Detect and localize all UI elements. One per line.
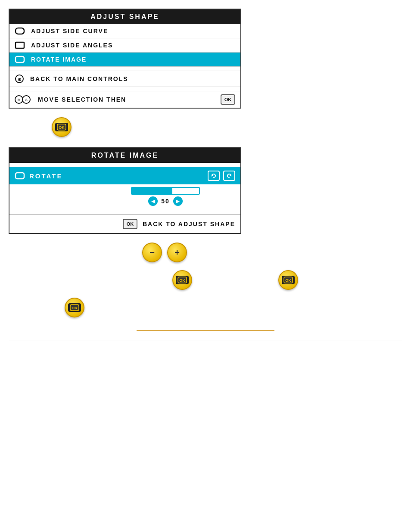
adjust-side-angles-label: ADJUST SIDE ANGLES xyxy=(31,42,113,49)
back-main-controls-label: BACK TO MAIN CONTROLS xyxy=(30,75,128,82)
rotate-rect-icon xyxy=(15,56,25,63)
rotate-rect-icon2 xyxy=(15,172,25,180)
ok-badge: OK xyxy=(221,94,235,105)
back-icon: ⊛ xyxy=(15,74,24,84)
rotate-label: ROTATE xyxy=(29,172,203,180)
svg-text:⊛: ⊛ xyxy=(17,98,21,102)
ok-inner-1: OK xyxy=(55,123,68,131)
rounded-rect-icon xyxy=(15,27,25,35)
plus-minus-row: − + xyxy=(9,243,402,262)
svg-text:OK: OK xyxy=(179,278,185,283)
rotate-slider-track[interactable] xyxy=(131,187,200,195)
spacer2 xyxy=(9,87,240,91)
plus-symbol: + xyxy=(174,248,180,258)
ok-yellow-button-3[interactable]: OK xyxy=(278,270,298,290)
rotate-slider-fill xyxy=(132,188,172,194)
adjust-side-angles-row[interactable]: ADJUST SIDE ANGLES xyxy=(9,38,240,53)
svg-text:⊛: ⊛ xyxy=(18,77,21,82)
adjust-shape-panel: ADJUST SHAPE ADJUST SIDE CURVE ADJUST SI… xyxy=(9,9,241,109)
separator-link xyxy=(137,330,274,331)
ok-yellow-button-1[interactable]: OK xyxy=(52,117,72,137)
minus-symbol: − xyxy=(149,248,155,258)
slider-controls: ◀ 50 ▶ xyxy=(148,196,183,206)
rotate-ccw-icon[interactable] xyxy=(208,171,220,181)
adjust-side-curve-label: ADJUST SIDE CURVE xyxy=(31,28,108,34)
move-selection-row[interactable]: ⊛ A MOVE SELECTION THEN OK xyxy=(9,91,240,108)
ok-buttons-row: OK OK xyxy=(9,270,402,290)
svg-rect-2 xyxy=(16,56,24,62)
rotate-image-label: ROTATE IMAGE xyxy=(31,56,87,63)
ok-badge-rotate: OK xyxy=(123,219,137,229)
svg-rect-11 xyxy=(16,173,24,179)
rect-icon xyxy=(15,41,25,49)
rotate-icons xyxy=(208,171,235,181)
rotate-image-panel: ROTATE IMAGE ROTATE xyxy=(9,147,241,234)
rotate-slider-area: ◀ 50 ▶ xyxy=(9,184,240,210)
svg-text:OK: OK xyxy=(72,306,78,310)
minus-button[interactable]: − xyxy=(142,243,162,262)
spacer1 xyxy=(9,67,240,71)
adjust-side-curve-row[interactable]: ADJUST SIDE CURVE xyxy=(9,24,240,38)
adjust-shape-title: ADJUST SHAPE xyxy=(9,9,240,24)
ok-yellow-button-2[interactable]: OK xyxy=(172,270,192,290)
svg-rect-0 xyxy=(16,28,24,34)
rotate-section: ROTATE xyxy=(9,167,240,210)
svg-text:OK: OK xyxy=(59,125,65,130)
svg-rect-1 xyxy=(16,42,24,48)
rotate-row[interactable]: ROTATE xyxy=(9,167,240,184)
back-adjust-shape-label: BACK TO ADJUST SHAPE xyxy=(143,221,235,227)
move-selection-label: MOVE SELECTION THEN xyxy=(38,96,126,103)
ok-inner-3: OK xyxy=(282,276,295,284)
ok-single-row: OK xyxy=(9,298,402,317)
rotate-image-title: ROTATE IMAGE xyxy=(9,148,240,163)
svg-text:A: A xyxy=(25,98,28,102)
ok-inner-4: OK xyxy=(68,303,81,312)
ok-inner-2: OK xyxy=(176,276,189,284)
ok-yellow-button-4[interactable]: OK xyxy=(65,298,84,317)
slider-value: 50 xyxy=(161,198,170,205)
rotate-cw-icon[interactable] xyxy=(223,171,235,181)
rotate-spacer-bottom xyxy=(9,210,240,215)
rotate-image-row[interactable]: ROTATE IMAGE xyxy=(9,53,240,67)
slider-left-arrow[interactable]: ◀ xyxy=(148,196,158,206)
slider-right-arrow[interactable]: ▶ xyxy=(173,196,183,206)
rotate-spacer-top xyxy=(9,163,240,167)
plus-button[interactable]: + xyxy=(167,243,187,262)
ok-float-row: OK xyxy=(9,117,402,137)
back-main-controls-row[interactable]: ⊛ BACK TO MAIN CONTROLS xyxy=(9,71,240,87)
svg-text:OK: OK xyxy=(285,278,291,283)
bottom-separator xyxy=(9,340,402,340)
move-icon: ⊛ A xyxy=(15,95,32,104)
back-adjust-shape-row[interactable]: OK BACK TO ADJUST SHAPE xyxy=(9,215,240,233)
